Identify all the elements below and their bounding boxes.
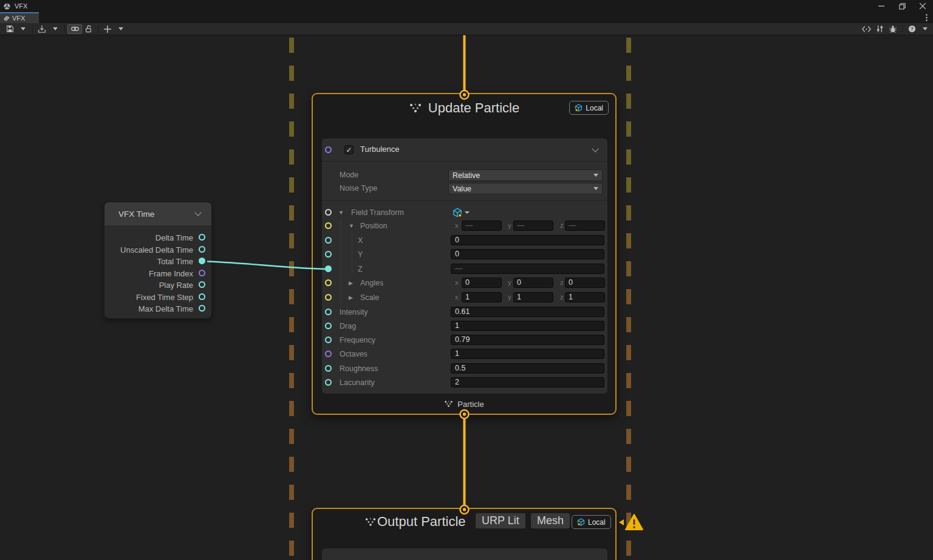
help-icon: ? [908, 25, 916, 33]
output-port-frame-index[interactable] [199, 270, 205, 276]
angles-y-field[interactable]: 0 [513, 278, 553, 288]
topology-badge[interactable]: Mesh [531, 513, 570, 528]
vfx-time-node[interactable]: VFX Time Delta Time Unscaled Delta Time … [104, 202, 211, 318]
save-button[interactable] [3, 24, 16, 34]
drag-field[interactable]: 1 [451, 321, 604, 331]
window-titlebar[interactable]: VFX [0, 0, 933, 12]
save-dropdown-button[interactable] [16, 24, 30, 34]
frequency-port[interactable] [325, 336, 332, 343]
octaves-port[interactable] [325, 350, 332, 357]
output-port-total-time[interactable] [199, 258, 205, 264]
panel-menu-button[interactable] [922, 13, 931, 22]
row-angles: ▶ Angles x 0 y 0 z 0 [322, 276, 607, 290]
angles-z-field[interactable]: 0 [565, 278, 605, 288]
noise-type-dropdown[interactable]: Value [448, 183, 603, 194]
scale-z-field[interactable]: 1 [565, 292, 605, 302]
scale-x-field[interactable]: 1 [462, 292, 502, 302]
space-caret-icon[interactable] [465, 211, 470, 214]
foldout-open-icon[interactable]: ▼ [349, 223, 354, 229]
x-port[interactable] [325, 237, 332, 244]
save-icon [6, 25, 14, 33]
add-dropdown-button[interactable] [114, 24, 128, 34]
octaves-field[interactable]: 1 [451, 349, 604, 359]
attach-link-button[interactable] [67, 24, 82, 34]
tab-vfx[interactable]: VFX [0, 12, 39, 23]
output-port-max-delta-time[interactable] [199, 305, 205, 312]
close-icon [920, 3, 926, 9]
update-particle-node[interactable]: Update Particle Local ✓ Turbulence Mode … [312, 93, 617, 415]
y-port[interactable] [325, 251, 332, 258]
position-x-field[interactable]: — [462, 220, 502, 231]
help-dropdown-button[interactable] [918, 24, 932, 34]
blackboard-settings-button[interactable] [873, 24, 886, 34]
collapse-chevron-icon[interactable] [194, 209, 201, 216]
particle-icon [444, 400, 453, 408]
scale-port[interactable] [325, 294, 332, 301]
output-port-delta-time[interactable] [199, 234, 205, 241]
roughness-field[interactable]: 0.5 [451, 363, 604, 374]
drag-port[interactable] [325, 323, 332, 329]
position-y-field[interactable]: — [513, 220, 553, 231]
output-port-play-rate[interactable] [199, 281, 205, 288]
cube-space-icon [575, 104, 583, 112]
dropdown-value: Relative [453, 171, 480, 180]
lacunarity-port[interactable] [325, 379, 332, 386]
x-field[interactable]: 0 [451, 235, 604, 245]
template-dropdown-button[interactable] [49, 24, 62, 34]
close-button[interactable] [912, 0, 933, 12]
output-port-unscaled-delta-time[interactable] [199, 246, 205, 253]
mode-dropdown[interactable]: Relative [448, 169, 603, 181]
restore-button[interactable] [892, 0, 912, 12]
show-shader-code-button[interactable] [860, 24, 873, 34]
z-port-connected[interactable] [325, 265, 332, 272]
scale-y-field[interactable]: 1 [513, 292, 553, 302]
output-label: Unscaled Delta Time [120, 245, 193, 254]
position-port[interactable] [325, 222, 332, 229]
block-port[interactable] [325, 146, 332, 153]
intensity-field[interactable]: 0.61 [451, 307, 604, 317]
dropdown-caret-icon [21, 27, 26, 30]
output-port-fixed-time-step[interactable] [199, 293, 205, 300]
output-row: Frame Index [104, 267, 211, 279]
space-toggle-local[interactable]: Local [569, 101, 609, 115]
angles-port[interactable] [325, 279, 332, 286]
row-label: Intensity [340, 308, 368, 316]
output-label: Frame Index [149, 269, 193, 278]
lacunarity-field[interactable]: 2 [451, 377, 604, 388]
lock-button[interactable] [82, 24, 95, 34]
help-button[interactable]: ? [905, 24, 918, 34]
turbulence-block-header[interactable]: ✓ Turbulence [322, 138, 607, 162]
minimize-button[interactable] [871, 0, 892, 12]
z-field[interactable]: — [451, 264, 604, 274]
position-z-field[interactable]: — [565, 220, 605, 231]
space-toggle-local[interactable]: Local [572, 515, 611, 529]
intensity-port[interactable] [325, 309, 332, 315]
turbulence-enabled-checkbox[interactable]: ✓ [344, 145, 354, 154]
field-transform-port[interactable] [325, 209, 332, 216]
output-row: Play Rate [104, 279, 211, 291]
frequency-field[interactable]: 0.79 [451, 335, 604, 345]
svg-text:?: ? [911, 26, 914, 32]
foldout-closed-icon[interactable]: ▶ [349, 295, 353, 301]
add-icon [104, 26, 111, 33]
setting-label: Mode [340, 171, 358, 179]
debug-button[interactable] [886, 24, 900, 34]
add-button[interactable] [101, 24, 114, 34]
angles-x-field[interactable]: 0 [462, 278, 502, 288]
warning-indicator[interactable] [618, 513, 644, 531]
vfx-time-node-header[interactable]: VFX Time [104, 202, 211, 225]
space-label: Local [588, 518, 606, 527]
y-field[interactable]: 0 [451, 249, 604, 259]
shader-badge[interactable]: URP Lit [476, 513, 525, 528]
window-title: VFX [15, 2, 27, 10]
output-block[interactable] [322, 548, 607, 560]
roughness-port[interactable] [325, 365, 332, 372]
block-collapse-chevron-icon[interactable] [592, 145, 598, 152]
foldout-closed-icon[interactable]: ▶ [349, 280, 353, 286]
foldout-open-icon[interactable]: ▼ [338, 210, 344, 216]
turbulence-block[interactable]: ✓ Turbulence Mode Relative Noise Type Va… [322, 138, 607, 394]
output-particle-node[interactable]: Output Particle URP Lit Mesh Local [312, 508, 617, 560]
save-template-button[interactable] [35, 24, 49, 34]
space-cube-icon[interactable] [453, 208, 462, 217]
dropdown-caret-icon [923, 27, 928, 30]
